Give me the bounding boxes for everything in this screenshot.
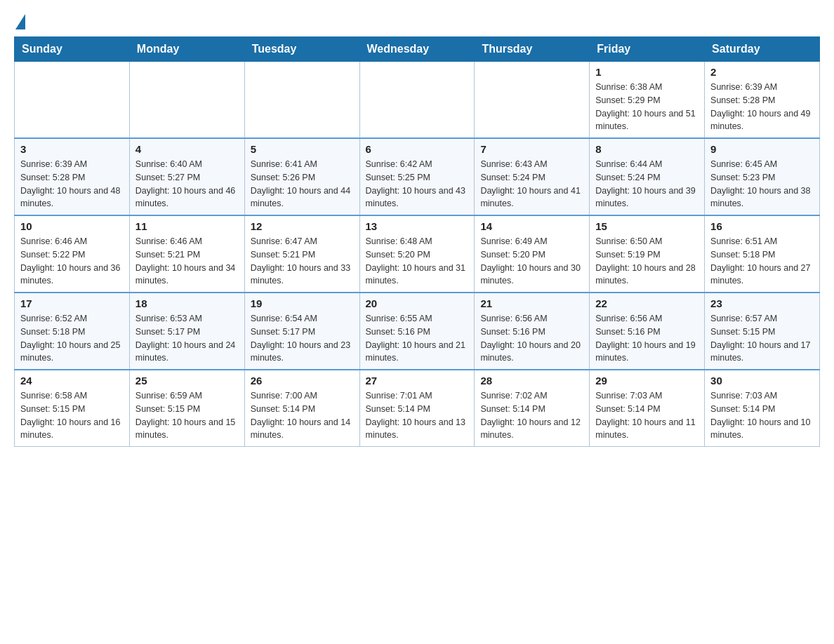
calendar-cell bbox=[15, 62, 130, 139]
day-number: 13 bbox=[366, 220, 469, 232]
logo bbox=[14, 14, 27, 29]
day-of-week-header: Sunday bbox=[15, 37, 130, 62]
day-number: 5 bbox=[251, 143, 354, 155]
calendar-cell: 17Sunrise: 6:52 AMSunset: 5:18 PMDayligh… bbox=[15, 293, 130, 370]
day-number: 6 bbox=[366, 143, 469, 155]
calendar-cell: 1Sunrise: 6:38 AMSunset: 5:29 PMDaylight… bbox=[590, 62, 705, 139]
day-number: 8 bbox=[595, 143, 699, 155]
page-header bbox=[14, 14, 820, 29]
day-info: Sunrise: 6:46 AMSunset: 5:22 PMDaylight:… bbox=[20, 235, 124, 288]
calendar-cell: 7Sunrise: 6:43 AMSunset: 5:24 PMDaylight… bbox=[475, 138, 590, 215]
day-info: Sunrise: 6:57 AMSunset: 5:15 PMDaylight:… bbox=[710, 312, 814, 365]
day-info: Sunrise: 6:55 AMSunset: 5:16 PMDaylight:… bbox=[366, 312, 469, 365]
day-number: 23 bbox=[710, 297, 814, 309]
day-info: Sunrise: 7:03 AMSunset: 5:14 PMDaylight:… bbox=[595, 389, 699, 442]
day-number: 16 bbox=[710, 220, 814, 232]
day-info: Sunrise: 6:52 AMSunset: 5:18 PMDaylight:… bbox=[20, 312, 124, 365]
day-info: Sunrise: 6:51 AMSunset: 5:18 PMDaylight:… bbox=[710, 235, 814, 288]
day-number: 30 bbox=[710, 375, 814, 387]
day-number: 10 bbox=[20, 220, 124, 232]
day-number: 11 bbox=[135, 220, 239, 232]
day-info: Sunrise: 6:44 AMSunset: 5:24 PMDaylight:… bbox=[595, 158, 699, 210]
calendar-table: SundayMondayTuesdayWednesdayThursdayFrid… bbox=[14, 36, 820, 447]
day-number: 28 bbox=[480, 375, 583, 387]
day-number: 29 bbox=[595, 375, 699, 387]
calendar-week-row: 24Sunrise: 6:58 AMSunset: 5:15 PMDayligh… bbox=[15, 370, 820, 447]
day-info: Sunrise: 6:40 AMSunset: 5:27 PMDaylight:… bbox=[135, 158, 239, 210]
day-number: 4 bbox=[135, 143, 239, 155]
calendar-cell bbox=[244, 62, 359, 139]
day-number: 27 bbox=[366, 375, 469, 387]
calendar-cell: 28Sunrise: 7:02 AMSunset: 5:14 PMDayligh… bbox=[475, 370, 590, 447]
day-info: Sunrise: 7:01 AMSunset: 5:14 PMDaylight:… bbox=[366, 389, 469, 442]
calendar-cell bbox=[359, 62, 475, 139]
calendar-cell: 24Sunrise: 6:58 AMSunset: 5:15 PMDayligh… bbox=[15, 370, 130, 447]
day-number: 14 bbox=[480, 220, 583, 232]
calendar-cell: 11Sunrise: 6:46 AMSunset: 5:21 PMDayligh… bbox=[129, 215, 244, 293]
calendar-cell: 21Sunrise: 6:56 AMSunset: 5:16 PMDayligh… bbox=[475, 293, 590, 370]
day-number: 15 bbox=[595, 220, 699, 232]
day-number: 24 bbox=[20, 375, 124, 387]
day-of-week-header: Wednesday bbox=[359, 37, 475, 62]
day-of-week-header: Saturday bbox=[705, 37, 820, 62]
day-info: Sunrise: 7:00 AMSunset: 5:14 PMDaylight:… bbox=[251, 389, 354, 442]
day-info: Sunrise: 6:56 AMSunset: 5:16 PMDaylight:… bbox=[480, 312, 583, 365]
day-info: Sunrise: 6:58 AMSunset: 5:15 PMDaylight:… bbox=[20, 389, 124, 442]
calendar-cell: 5Sunrise: 6:41 AMSunset: 5:26 PMDaylight… bbox=[244, 138, 359, 215]
calendar-week-row: 10Sunrise: 6:46 AMSunset: 5:22 PMDayligh… bbox=[15, 215, 820, 293]
day-info: Sunrise: 6:56 AMSunset: 5:16 PMDaylight:… bbox=[595, 312, 699, 365]
calendar-cell: 10Sunrise: 6:46 AMSunset: 5:22 PMDayligh… bbox=[15, 215, 130, 293]
day-number: 1 bbox=[595, 66, 699, 78]
day-number: 2 bbox=[710, 66, 814, 78]
calendar-cell: 6Sunrise: 6:42 AMSunset: 5:25 PMDaylight… bbox=[359, 138, 475, 215]
calendar-cell: 8Sunrise: 6:44 AMSunset: 5:24 PMDaylight… bbox=[590, 138, 705, 215]
calendar-cell: 15Sunrise: 6:50 AMSunset: 5:19 PMDayligh… bbox=[590, 215, 705, 293]
calendar-header-row: SundayMondayTuesdayWednesdayThursdayFrid… bbox=[15, 37, 820, 62]
day-number: 9 bbox=[710, 143, 814, 155]
day-info: Sunrise: 6:59 AMSunset: 5:15 PMDaylight:… bbox=[135, 389, 239, 442]
day-info: Sunrise: 6:54 AMSunset: 5:17 PMDaylight:… bbox=[251, 312, 354, 365]
calendar-cell: 14Sunrise: 6:49 AMSunset: 5:20 PMDayligh… bbox=[475, 215, 590, 293]
day-info: Sunrise: 6:45 AMSunset: 5:23 PMDaylight:… bbox=[710, 158, 814, 210]
calendar-cell: 4Sunrise: 6:40 AMSunset: 5:27 PMDaylight… bbox=[129, 138, 244, 215]
day-number: 3 bbox=[20, 143, 124, 155]
calendar-week-row: 3Sunrise: 6:39 AMSunset: 5:28 PMDaylight… bbox=[15, 138, 820, 215]
day-number: 7 bbox=[480, 143, 583, 155]
day-of-week-header: Monday bbox=[129, 37, 244, 62]
calendar-cell bbox=[475, 62, 590, 139]
logo-triangle-icon bbox=[15, 14, 25, 29]
day-info: Sunrise: 6:50 AMSunset: 5:19 PMDaylight:… bbox=[595, 235, 699, 288]
calendar-cell: 3Sunrise: 6:39 AMSunset: 5:28 PMDaylight… bbox=[15, 138, 130, 215]
day-info: Sunrise: 6:49 AMSunset: 5:20 PMDaylight:… bbox=[480, 235, 583, 288]
calendar-cell: 12Sunrise: 6:47 AMSunset: 5:21 PMDayligh… bbox=[244, 215, 359, 293]
day-info: Sunrise: 6:53 AMSunset: 5:17 PMDaylight:… bbox=[135, 312, 239, 365]
day-info: Sunrise: 6:39 AMSunset: 5:28 PMDaylight:… bbox=[20, 158, 124, 210]
day-info: Sunrise: 6:43 AMSunset: 5:24 PMDaylight:… bbox=[480, 158, 583, 210]
day-of-week-header: Tuesday bbox=[244, 37, 359, 62]
day-number: 20 bbox=[366, 297, 469, 309]
day-info: Sunrise: 6:38 AMSunset: 5:29 PMDaylight:… bbox=[595, 81, 699, 133]
calendar-week-row: 17Sunrise: 6:52 AMSunset: 5:18 PMDayligh… bbox=[15, 293, 820, 370]
day-number: 12 bbox=[251, 220, 354, 232]
day-info: Sunrise: 6:39 AMSunset: 5:28 PMDaylight:… bbox=[710, 81, 814, 133]
calendar-week-row: 1Sunrise: 6:38 AMSunset: 5:29 PMDaylight… bbox=[15, 62, 820, 139]
calendar-cell: 29Sunrise: 7:03 AMSunset: 5:14 PMDayligh… bbox=[590, 370, 705, 447]
calendar-cell: 25Sunrise: 6:59 AMSunset: 5:15 PMDayligh… bbox=[129, 370, 244, 447]
day-info: Sunrise: 6:46 AMSunset: 5:21 PMDaylight:… bbox=[135, 235, 239, 288]
calendar-cell: 18Sunrise: 6:53 AMSunset: 5:17 PMDayligh… bbox=[129, 293, 244, 370]
calendar-cell: 22Sunrise: 6:56 AMSunset: 5:16 PMDayligh… bbox=[590, 293, 705, 370]
calendar-cell: 27Sunrise: 7:01 AMSunset: 5:14 PMDayligh… bbox=[359, 370, 475, 447]
day-number: 17 bbox=[20, 297, 124, 309]
day-number: 22 bbox=[595, 297, 699, 309]
calendar-cell: 16Sunrise: 6:51 AMSunset: 5:18 PMDayligh… bbox=[705, 215, 820, 293]
calendar-cell bbox=[129, 62, 244, 139]
day-of-week-header: Thursday bbox=[475, 37, 590, 62]
calendar-cell: 19Sunrise: 6:54 AMSunset: 5:17 PMDayligh… bbox=[244, 293, 359, 370]
calendar-cell: 9Sunrise: 6:45 AMSunset: 5:23 PMDaylight… bbox=[705, 138, 820, 215]
day-info: Sunrise: 7:02 AMSunset: 5:14 PMDaylight:… bbox=[480, 389, 583, 442]
calendar-cell: 2Sunrise: 6:39 AMSunset: 5:28 PMDaylight… bbox=[705, 62, 820, 139]
day-info: Sunrise: 7:03 AMSunset: 5:14 PMDaylight:… bbox=[710, 389, 814, 442]
day-info: Sunrise: 6:48 AMSunset: 5:20 PMDaylight:… bbox=[366, 235, 469, 288]
day-of-week-header: Friday bbox=[590, 37, 705, 62]
day-number: 25 bbox=[135, 375, 239, 387]
